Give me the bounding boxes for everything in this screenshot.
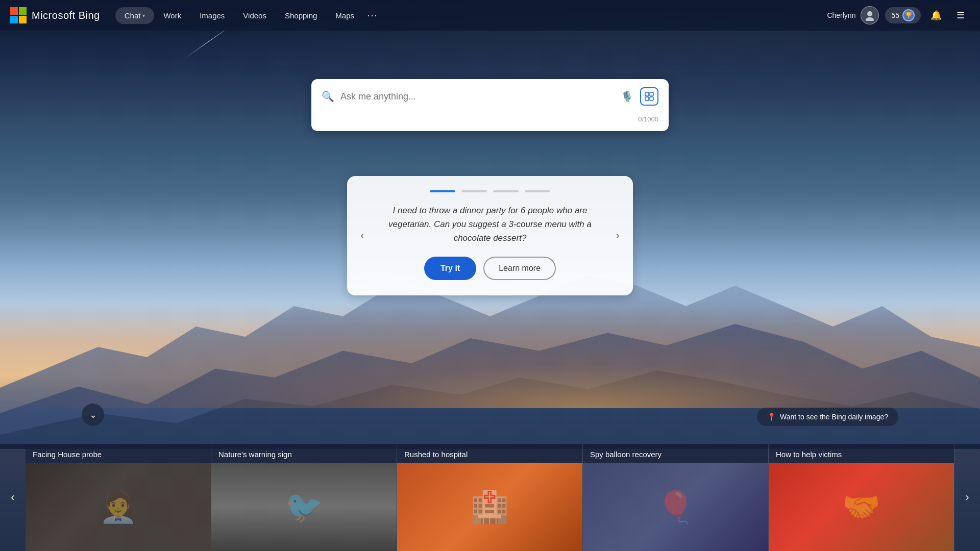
figure-icon-3: 🏥	[397, 463, 582, 551]
username: Cherlynn	[827, 11, 855, 19]
news-card-spy-balloon[interactable]: Spy balloon recovery 🎈	[583, 444, 769, 551]
nav-images[interactable]: Images	[190, 7, 234, 24]
svg-rect-7	[650, 92, 653, 96]
news-title-4: Spy balloon recovery	[583, 444, 768, 463]
news-title-5: How to help victims	[769, 444, 954, 463]
brand-name: Microsoft Bing	[32, 10, 100, 21]
daily-image-label: Want to see the Bing daily image?	[780, 413, 888, 421]
news-strip: ‹ Facing House probe 🧑‍💼 Nature's warnin…	[0, 444, 980, 551]
rewards-score: 55	[891, 11, 899, 19]
news-image-1: 🧑‍💼	[26, 463, 211, 551]
news-card-help-victims[interactable]: How to help victims 🤝	[769, 444, 954, 551]
search-container: 🔍 🎙️ 0/1000	[311, 79, 669, 131]
carousel-next-button[interactable]: ›	[609, 228, 626, 244]
daily-image-button[interactable]: 📍 Want to see the Bing daily image?	[757, 408, 898, 426]
svg-rect-6	[645, 92, 649, 96]
figure-icon-1: 🧑‍💼	[26, 463, 211, 551]
svg-rect-3	[19, 16, 27, 23]
svg-rect-2	[10, 16, 18, 23]
carousel-prev-button[interactable]: ‹	[354, 228, 371, 244]
news-prev-button[interactable]: ‹	[0, 444, 26, 551]
figure-icon-5: 🤝	[769, 463, 954, 551]
search-input-row: 🔍 🎙️	[322, 87, 658, 106]
nav-maps-label: Maps	[335, 11, 354, 20]
try-it-button[interactable]: Try it	[424, 257, 476, 280]
news-card-facing-house-probe[interactable]: Facing House probe 🧑‍💼	[26, 444, 211, 551]
suggestion-text: I need to throw a dinner party for 6 peo…	[373, 204, 607, 245]
suggestion-card: ‹ I need to throw a dinner party for 6 p…	[347, 176, 633, 295]
dot-2[interactable]	[461, 190, 487, 192]
nav-videos[interactable]: Videos	[234, 7, 276, 24]
news-title-1: Facing House probe	[26, 444, 211, 463]
nav-shopping-label: Shopping	[285, 11, 317, 20]
news-title-3: Rushed to hospital	[397, 444, 582, 463]
news-image-4: 🎈	[583, 463, 768, 551]
microphone-button[interactable]: 🎙️	[618, 87, 636, 106]
scroll-down-button[interactable]: ⌄	[82, 404, 104, 426]
visual-search-button[interactable]	[640, 87, 658, 106]
user-avatar	[861, 6, 879, 24]
news-image-5: 🤝	[769, 463, 954, 551]
search-icon: 🔍	[322, 90, 334, 103]
rewards-badge[interactable]: 55 🏆	[885, 7, 921, 23]
nav-more-button[interactable]: ···	[363, 6, 382, 24]
svg-rect-1	[19, 7, 27, 15]
navbar: Microsoft Bing Chat ▾ Work Images Videos…	[0, 0, 980, 31]
search-input[interactable]	[340, 91, 611, 102]
logo-area[interactable]: Microsoft Bing	[10, 7, 100, 23]
news-image-2: 🐦	[211, 463, 397, 551]
nav-images-label: Images	[200, 11, 225, 20]
nav-videos-label: Videos	[243, 11, 266, 20]
svg-point-4	[867, 11, 872, 16]
nav-shopping[interactable]: Shopping	[276, 7, 326, 24]
nav-work-label: Work	[163, 11, 181, 20]
svg-rect-9	[650, 97, 653, 101]
learn-more-button[interactable]: Learn more	[483, 257, 556, 280]
svg-rect-8	[645, 97, 649, 101]
hamburger-menu-icon[interactable]: ☰	[951, 6, 970, 24]
char-count: 0/1000	[322, 111, 658, 123]
nav-chat-label: Chat	[125, 11, 141, 20]
news-cards: Facing House probe 🧑‍💼 Nature's warning …	[26, 444, 954, 551]
svg-rect-0	[10, 7, 18, 15]
news-image-3: 🏥	[397, 463, 582, 551]
suggestion-buttons: Try it Learn more	[373, 257, 607, 280]
nav-work[interactable]: Work	[154, 7, 190, 24]
news-card-rushed-to-hospital[interactable]: Rushed to hospital 🏥	[397, 444, 583, 551]
chat-chevron: ▾	[142, 13, 145, 18]
notifications-icon[interactable]: 🔔	[927, 6, 945, 24]
news-next-button[interactable]: ›	[954, 444, 980, 551]
nav-right: Cherlynn 55 🏆 🔔 ☰	[827, 6, 970, 24]
rewards-icon: 🏆	[902, 9, 915, 21]
search-box: 🔍 🎙️ 0/1000	[311, 79, 669, 131]
nav-maps[interactable]: Maps	[326, 7, 363, 24]
location-icon: 📍	[767, 413, 776, 421]
dot-4[interactable]	[525, 190, 550, 192]
figure-icon-2: 🐦	[211, 463, 397, 551]
scroll-down-icon: ⌄	[89, 409, 97, 420]
figure-icon-4: 🎈	[583, 463, 768, 551]
user-area[interactable]: Cherlynn	[827, 6, 879, 24]
nav-chat[interactable]: Chat ▾	[115, 7, 155, 24]
bing-logo-icon	[10, 7, 27, 23]
svg-point-5	[866, 17, 874, 21]
nav-links: Chat ▾ Work Images Videos Shopping Maps …	[115, 6, 827, 24]
nav-more-label: ···	[368, 10, 378, 21]
dot-3[interactable]	[493, 190, 519, 192]
news-title-2: Nature's warning sign	[211, 444, 397, 463]
search-actions: 🎙️	[618, 87, 658, 106]
dot-1[interactable]	[430, 190, 455, 192]
horizon-glow	[0, 306, 980, 408]
news-card-natures-warning[interactable]: Nature's warning sign 🐦	[211, 444, 397, 551]
progress-dots	[373, 190, 607, 192]
